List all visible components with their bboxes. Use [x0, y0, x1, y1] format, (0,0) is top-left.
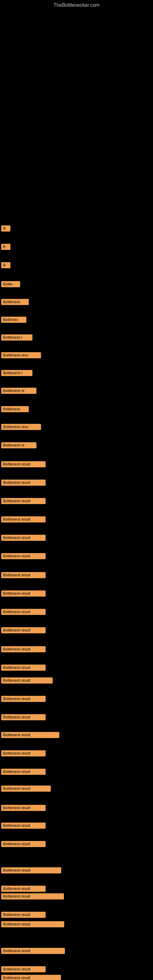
bottleneck-result-item: Bottleneck result: [1, 769, 46, 775]
bottleneck-result-item: Bottleneck resu: [1, 352, 41, 358]
bottleneck-result-item: Bottleneck result: [1, 480, 46, 486]
bottleneck-result-item: Bottleneck result: [1, 553, 46, 559]
bottleneck-result-item: Bottleneck result: [1, 590, 46, 597]
bottleneck-result-item: Bottleneck re: [1, 442, 37, 449]
bottleneck-result-item: Bottleneck result: [1, 516, 46, 522]
bottleneck-result-item: Bottleneck result: [1, 498, 46, 504]
bottleneck-result-item: Bottleneck result: [1, 893, 64, 899]
bottleneck-result-item: Bottleneck: [1, 299, 29, 305]
bottleneck-result-item: B: [1, 225, 10, 232]
bottleneck-result-item: Bottleneck result: [1, 572, 46, 578]
bottleneck-result-item: Bottleneck result: [1, 678, 53, 684]
bottleneck-result-item: Bottleneck result: [1, 786, 51, 792]
bottleneck-result-item: Bottleneck result: [1, 646, 46, 652]
bottleneck-result-item: Bottleneck result: [1, 732, 59, 738]
bottleneck-result-item: Bottleneck resu: [1, 424, 41, 430]
bottleneck-result-item: Bottleneck result: [1, 627, 46, 633]
bottleneck-result-item: Bottleneck result: [1, 921, 64, 928]
bottleneck-result-item: Bottleneck result: [1, 461, 46, 467]
bottleneck-result-item: Bottleneck result: [1, 966, 46, 972]
bottleneck-result-item: Bottleneck re: [1, 388, 37, 394]
bottleneck-result-item: Bottleneck result: [1, 886, 46, 892]
bottleneck-result-item: Bottleneck: [1, 406, 29, 412]
bottleneck-result-item: Bottleneck result: [1, 609, 46, 615]
bottleneck-result-item: B: [1, 244, 10, 250]
bottleneck-result-item: Bottle: [1, 281, 20, 287]
bottleneck-result-item: Bottleneck result: [1, 665, 46, 671]
bottleneck-result-item: Bottleneck result: [1, 975, 61, 980]
bottleneck-result-item: Bottleneck result: [1, 535, 46, 541]
bottleneck-result-item: Bottleneck result: [1, 714, 46, 720]
bottleneck-result-item: B: [1, 262, 10, 268]
bottleneck-result-item: Bottleneck result: [1, 805, 46, 811]
bottleneck-result-item: Bottleneck result: [1, 841, 46, 847]
bottleneck-result-item: Bottleneck result: [1, 948, 65, 954]
bottleneck-result-item: Bottleneck result: [1, 822, 46, 829]
bottleneck-result-item: Bottleneck r: [1, 370, 32, 376]
bottleneck-result-item: Bottleneck result: [1, 912, 46, 918]
site-title: TheBottlenecker.com: [0, 0, 153, 9]
bottleneck-result-item: Bottleneck result: [1, 750, 46, 756]
bottleneck-result-item: Bottlenec: [1, 317, 26, 323]
bottleneck-result-item: Bottleneck r: [1, 334, 32, 340]
bottleneck-result-item: Bottleneck result: [1, 696, 46, 702]
bottleneck-result-item: Bottleneck result: [1, 867, 61, 873]
